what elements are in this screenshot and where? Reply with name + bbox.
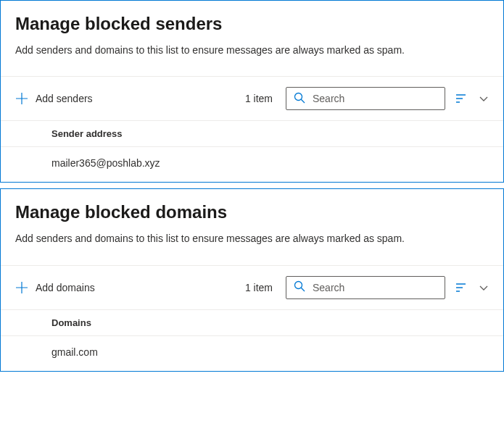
table-row[interactable]: gmail.com — [1, 336, 503, 368]
svg-line-6 — [301, 288, 305, 291]
search-icon — [294, 280, 305, 294]
table-row[interactable]: mailer365@poshlab.xyz — [1, 147, 503, 179]
add-button-label: Add senders — [36, 93, 93, 104]
panel-description: Add senders and domains to this list to … — [15, 43, 489, 57]
search-box[interactable] — [286, 87, 445, 110]
add-senders-button[interactable]: Add senders — [15, 92, 93, 105]
panel-title: Manage blocked domains — [15, 202, 489, 222]
add-domains-button[interactable]: Add domains — [15, 281, 95, 294]
svg-line-1 — [301, 99, 305, 103]
search-box[interactable] — [286, 276, 445, 299]
plus-icon — [15, 92, 28, 105]
column-header[interactable]: Domains — [1, 310, 503, 336]
column-header[interactable]: Sender address — [1, 121, 503, 147]
panel-description: Add senders and domains to this list to … — [15, 231, 489, 246]
search-icon — [294, 92, 305, 106]
toolbar: Add domains 1 item — [1, 266, 503, 309]
plus-icon — [15, 281, 28, 294]
item-count: 1 item — [245, 93, 276, 104]
blocked-senders-panel: Manage blocked senders Add senders and d… — [0, 0, 504, 183]
filter-icon[interactable] — [455, 92, 468, 105]
chevron-down-icon[interactable] — [479, 93, 489, 104]
svg-point-0 — [295, 93, 302, 100]
add-button-label: Add domains — [36, 282, 95, 293]
panel-title: Manage blocked senders — [15, 14, 489, 34]
toolbar: Add senders 1 item — [1, 77, 503, 120]
svg-point-5 — [295, 282, 302, 289]
item-count: 1 item — [245, 282, 276, 293]
chevron-down-icon[interactable] — [479, 283, 489, 293]
filter-icon[interactable] — [455, 281, 468, 294]
search-input[interactable] — [305, 93, 439, 104]
blocked-domains-panel: Manage blocked domains Add senders and d… — [0, 188, 504, 371]
search-input[interactable] — [305, 282, 439, 293]
